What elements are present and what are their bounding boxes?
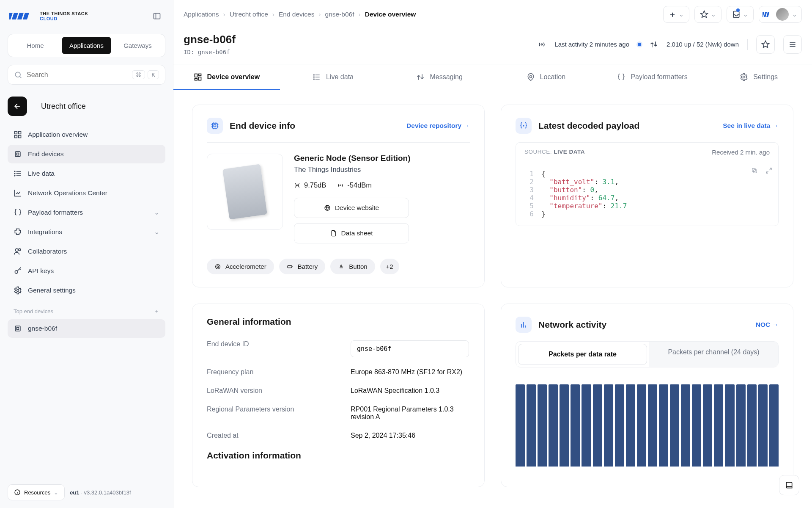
star-menu-button[interactable]: ⌄ (694, 6, 721, 23)
account-menu[interactable]: ⌄ (759, 6, 802, 23)
list-icon (313, 73, 321, 81)
payload-meta: SOURCE: LIVE DATA Received 2 min. ago (516, 142, 779, 162)
subnav-overview[interactable]: Device overview (173, 64, 280, 90)
menu-icon (788, 40, 797, 49)
data-sheet-button[interactable]: Data sheet (294, 223, 409, 243)
collapse-sidebar-button[interactable] (150, 9, 164, 23)
button-icon (338, 263, 345, 270)
search-box[interactable]: ⌘ K (8, 65, 165, 85)
svg-rect-23 (764, 12, 767, 17)
copy-button[interactable] (751, 167, 758, 174)
subnav-settings[interactable]: Settings (705, 64, 812, 90)
tab-applications[interactable]: Applications (62, 37, 111, 54)
top-device-item[interactable]: gnse-b06f (8, 319, 165, 338)
sidebar: THE THINGS STACK CLOUD Home Applications… (0, 0, 173, 508)
sensor-chip[interactable]: Button (330, 259, 375, 274)
nav-api-keys[interactable]: API keys (8, 262, 165, 280)
org-logo (763, 9, 773, 19)
svg-rect-28 (198, 77, 201, 80)
svg-rect-26 (195, 74, 197, 77)
sensor-chip[interactable]: Accelerometer (207, 259, 274, 274)
last-activity: Last activity 2 minutes ago (554, 41, 629, 48)
help-fab[interactable] (779, 475, 799, 495)
cpu-icon (14, 324, 22, 333)
sensor-chip-more[interactable]: +2 (380, 259, 399, 274)
crumb-device[interactable]: gnse-b06f (325, 11, 354, 18)
crumb-end-devices[interactable]: End devices (279, 11, 314, 18)
nav-payload-formatters[interactable]: Payload formatters ⌄ (8, 203, 165, 222)
chart-bar (681, 384, 690, 467)
inbox-icon (732, 10, 741, 19)
noc-link[interactable]: NOC → (756, 321, 779, 329)
device-subnav: Device overview Live data Messaging Loca… (173, 64, 812, 90)
brand-logo[interactable]: THE THINGS STACK CLOUD (9, 10, 88, 22)
chart-bar (747, 384, 757, 467)
crumb-applications[interactable]: Applications (184, 11, 219, 18)
puzzle-icon (14, 228, 22, 236)
nav-end-devices[interactable]: End devices (8, 145, 165, 163)
device-repository-link[interactable]: Device repository → (406, 122, 470, 130)
svg-rect-8 (15, 135, 17, 138)
nav-live-data[interactable]: Live data (8, 164, 165, 183)
globe-icon (324, 204, 331, 211)
svg-point-31 (314, 77, 315, 77)
cpu-icon (207, 118, 223, 134)
nav-application-overview[interactable]: Application overview (8, 125, 165, 144)
star-icon (761, 40, 770, 49)
current-application-name: Utrecht office (41, 102, 86, 111)
add-button[interactable]: ＋ ⌄ (663, 6, 689, 23)
svg-point-25 (541, 44, 543, 45)
copy-icon (751, 167, 758, 174)
tab-home[interactable]: Home (11, 37, 60, 54)
svg-rect-20 (17, 328, 19, 330)
users-icon (14, 247, 22, 256)
search-input[interactable] (27, 71, 128, 79)
nav-integrations[interactable]: Integrations ⌄ (8, 223, 165, 241)
add-top-device-button[interactable]: ＋ (154, 307, 159, 315)
toggle-packets-channel[interactable]: Packets per channel (24 days) (649, 342, 778, 367)
sensor-chip[interactable]: Battery (279, 259, 326, 274)
subnav-location[interactable]: Location (493, 64, 599, 90)
svg-point-17 (15, 271, 18, 273)
back-button[interactable] (8, 97, 27, 116)
resources-button[interactable]: Resources ⌄ (8, 484, 65, 500)
subnav-payload[interactable]: Payload formatters (599, 64, 706, 90)
chart-bar (626, 384, 635, 467)
expand-icon (765, 167, 772, 174)
device-website-button[interactable]: Device website (294, 198, 409, 218)
svg-point-33 (529, 76, 532, 78)
device-id-field[interactable] (351, 340, 469, 357)
favorite-button[interactable] (756, 35, 775, 54)
toggle-packets-rate[interactable]: Packets per data rate (518, 344, 647, 365)
subnav-live[interactable]: Live data (280, 64, 387, 90)
search-icon (14, 71, 22, 79)
breadcrumbs: Applications› Utrecht office› End device… (184, 11, 416, 18)
nav-collaborators[interactable]: Collaborators (8, 242, 165, 261)
expand-button[interactable] (765, 167, 772, 174)
tab-gateways[interactable]: Gateways (113, 37, 162, 54)
end-device-info-card: End device info Device repository → Gene… (192, 105, 485, 287)
updown-icon (416, 73, 425, 81)
battery-icon (287, 263, 294, 270)
regional-params-value: RP001 Regional Parameters 1.0.3 revision… (351, 406, 470, 421)
see-live-data-link[interactable]: See in live data → (723, 122, 779, 130)
footer-meta: eu1 · v3.32.0.1a403bf13f (70, 489, 131, 496)
nav-general-settings[interactable]: General settings (8, 281, 165, 300)
subnav-messaging[interactable]: Messaging (386, 64, 493, 90)
chart-bar (527, 384, 536, 467)
nav-noc[interactable]: Network Operations Center (8, 184, 165, 202)
chart-bar (637, 384, 646, 467)
device-image (207, 154, 283, 230)
kbd-cmd: ⌘ (132, 70, 145, 79)
lorawan-version-value: LoRaWAN Specification 1.0.3 (351, 387, 470, 395)
inbox-button[interactable]: ⌄ (727, 6, 754, 23)
grid-icon (14, 130, 22, 139)
device-menu-button[interactable] (783, 35, 802, 54)
book-icon (785, 481, 793, 489)
crumb-app[interactable]: Utrecht office (230, 11, 268, 18)
location-icon (527, 73, 535, 81)
chevron-down-icon: ⌄ (54, 489, 58, 496)
rssi-value: -54dBm (337, 181, 372, 189)
chart-bar (538, 384, 547, 467)
svg-point-44 (523, 125, 524, 126)
